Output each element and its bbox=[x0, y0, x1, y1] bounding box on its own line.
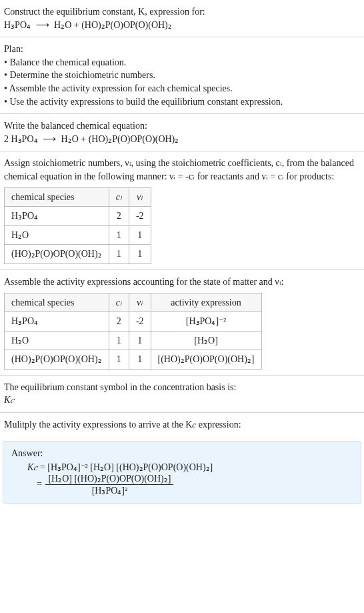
table-row: (HO)₂P(O)OP(O)(OH)₂ 1 1 bbox=[5, 245, 151, 264]
cell-expr: [H₃PO₄]⁻² bbox=[151, 312, 261, 332]
kc-eq2: = bbox=[37, 478, 42, 488]
plan-bullet: • Assemble the activity expression for e… bbox=[4, 82, 360, 95]
answer-label: Answer: bbox=[11, 448, 353, 459]
col-vi: νᵢ bbox=[129, 187, 151, 207]
plan-title: Plan: bbox=[4, 43, 360, 56]
reactant: H₃PO₄ bbox=[4, 20, 31, 30]
activity-title: Assemble the activity expressions accoun… bbox=[4, 275, 360, 289]
kc-expression-line2: = [H₂O] [(HO)₂P(O)OP(O)(OH)₂] [H₃PO₄]² bbox=[27, 473, 353, 496]
plan-bullet: • Balance the chemical equation. bbox=[4, 56, 360, 69]
prompt-section: Construct the equilibrium constant, K, e… bbox=[0, 0, 364, 37]
fraction: [H₂O] [(HO)₂P(O)OP(O)(OH)₂] [H₃PO₄]² bbox=[45, 473, 173, 496]
stoich-table: chemical species cᵢ νᵢ H₃PO₄ 2 -2 H₂O 1 … bbox=[4, 187, 151, 264]
cell-species: H₃PO₄ bbox=[5, 207, 109, 226]
table-row: H₂O 1 1 bbox=[5, 225, 151, 245]
cell-vi: 1 bbox=[129, 245, 151, 264]
col-species: chemical species bbox=[5, 187, 109, 207]
kc-symbol: K𝑐 bbox=[27, 462, 37, 472]
col-expr: activity expression bbox=[151, 293, 261, 312]
kc-symbol: K𝑐 bbox=[4, 394, 360, 407]
col-ci: cᵢ bbox=[109, 187, 129, 207]
symbol-line: The equilibrium constant symbol in the c… bbox=[4, 381, 360, 394]
balanced-right: H₂O + (HO)₂P(O)OP(O)(OH)₂ bbox=[61, 134, 179, 144]
balanced-title: Write the balanced chemical equation: bbox=[4, 119, 360, 133]
cell-ci: 2 bbox=[109, 207, 129, 226]
multiply-section: Mulitply the activity expressions to arr… bbox=[0, 413, 364, 437]
balanced-equation: 2 H₃PO₄ ⟶ H₂O + (HO)₂P(O)OP(O)(OH)₂ bbox=[4, 133, 360, 146]
products: H₂O + (HO)₂P(O)OP(O)(OH)₂ bbox=[54, 20, 172, 30]
table-row: (HO)₂P(O)OP(O)(OH)₂ 1 1 [(HO)₂P(O)OP(O)(… bbox=[5, 350, 262, 370]
cell-ci: 1 bbox=[109, 331, 129, 350]
cell-vi: 1 bbox=[129, 331, 151, 350]
arrow-icon: ⟶ bbox=[43, 133, 56, 146]
symbol-section: The equilibrium constant symbol in the c… bbox=[0, 376, 364, 413]
cell-ci: 1 bbox=[109, 245, 129, 264]
cell-species: H₂O bbox=[5, 331, 109, 350]
plan-bullet: • Use the activity expressions to build … bbox=[4, 95, 360, 109]
multiply-line: Mulitply the activity expressions to arr… bbox=[4, 418, 360, 432]
balanced-section: Write the balanced chemical equation: 2 … bbox=[0, 114, 364, 151]
col-species: chemical species bbox=[5, 293, 109, 312]
arrow-icon: ⟶ bbox=[36, 19, 49, 32]
prompt-equation: H₃PO₄ ⟶ H₂O + (HO)₂P(O)OP(O)(OH)₂ bbox=[4, 19, 360, 32]
cell-vi: -2 bbox=[129, 312, 151, 332]
col-vi: νᵢ bbox=[129, 293, 151, 312]
cell-species: (HO)₂P(O)OP(O)(OH)₂ bbox=[5, 350, 109, 370]
cell-expr: [(HO)₂P(O)OP(O)(OH)₂] bbox=[151, 350, 261, 370]
cell-ci: 2 bbox=[109, 312, 129, 332]
cell-species: (HO)₂P(O)OP(O)(OH)₂ bbox=[5, 245, 109, 264]
table-row: H₃PO₄ 2 -2 [H₃PO₄]⁻² bbox=[5, 312, 262, 332]
table-row: H₂O 1 1 [H₂O] bbox=[5, 331, 262, 350]
col-ci: cᵢ bbox=[109, 293, 129, 312]
cell-expr: [H₂O] bbox=[151, 331, 261, 350]
kc-expression-line1: K𝑐 = [H₃PO₄]⁻² [H₂O] [(HO)₂P(O)OP(O)(OH)… bbox=[27, 462, 353, 473]
plan-section: Plan: • Balance the chemical equation. •… bbox=[0, 37, 364, 114]
fraction-numerator: [H₂O] [(HO)₂P(O)OP(O)(OH)₂] bbox=[45, 473, 173, 485]
balanced-left: 2 H₃PO₄ bbox=[4, 134, 38, 144]
kc-expr1: = [H₃PO₄]⁻² [H₂O] [(HO)₂P(O)OP(O)(OH)₂] bbox=[40, 462, 213, 472]
prompt-text: Construct the equilibrium constant, K, e… bbox=[4, 5, 360, 19]
cell-ci: 1 bbox=[109, 225, 129, 245]
activity-table: chemical species cᵢ νᵢ activity expressi… bbox=[4, 293, 262, 370]
cell-vi: 1 bbox=[129, 225, 151, 245]
assign-text: Assign stoichiometric numbers, νᵢ, using… bbox=[4, 157, 360, 183]
table-row: H₃PO₄ 2 -2 bbox=[5, 207, 151, 226]
cell-species: H₂O bbox=[5, 225, 109, 245]
cell-vi: -2 bbox=[129, 207, 151, 226]
cell-ci: 1 bbox=[109, 350, 129, 370]
assign-section: Assign stoichiometric numbers, νᵢ, using… bbox=[0, 151, 364, 270]
cell-vi: 1 bbox=[129, 350, 151, 370]
plan-bullet: • Determine the stoichiometric numbers. bbox=[4, 69, 360, 82]
activity-section: Assemble the activity expressions accoun… bbox=[0, 270, 364, 376]
table-header-row: chemical species cᵢ νᵢ activity expressi… bbox=[5, 293, 262, 312]
fraction-denominator: [H₃PO₄]² bbox=[45, 485, 173, 496]
answer-box: Answer: K𝑐 = [H₃PO₄]⁻² [H₂O] [(HO)₂P(O)O… bbox=[3, 441, 361, 504]
table-header-row: chemical species cᵢ νᵢ bbox=[5, 187, 151, 207]
cell-species: H₃PO₄ bbox=[5, 312, 109, 332]
